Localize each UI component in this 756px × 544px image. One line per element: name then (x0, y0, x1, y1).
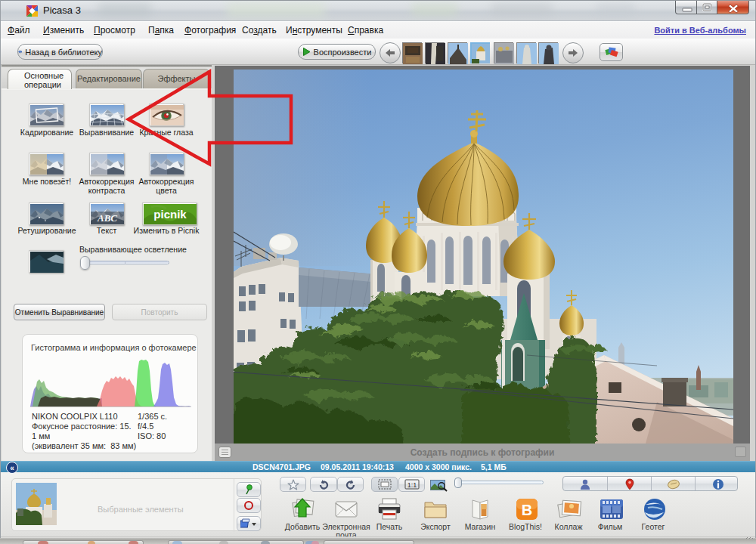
svg-text:1:1: 1:1 (407, 481, 417, 489)
svg-text:B: B (522, 502, 532, 518)
svg-text:ABC: ABC (97, 212, 117, 224)
svg-text:picnik: picnik (153, 208, 187, 221)
